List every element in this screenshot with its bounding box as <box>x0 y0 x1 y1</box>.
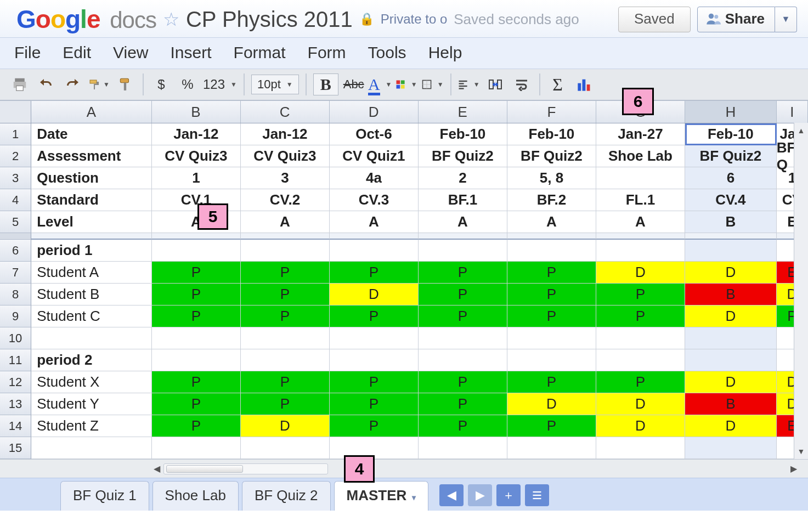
col-header-A[interactable]: A <box>31 101 151 123</box>
col-header-I[interactable]: I <box>777 101 808 123</box>
cell[interactable]: P <box>419 262 507 284</box>
menu-file[interactable]: File <box>14 43 41 62</box>
cell[interactable]: 1 <box>152 167 241 189</box>
cell[interactable]: 6 <box>685 167 777 189</box>
cell[interactable]: Feb-10 <box>685 123 777 145</box>
cell[interactable]: Feb-10 <box>419 123 507 145</box>
menu-format[interactable]: Format <box>234 43 286 62</box>
horizontal-scrollbar[interactable]: ◀ ▶ <box>0 459 808 478</box>
cell[interactable]: D <box>685 262 777 284</box>
tab-menu-icon[interactable]: ▾ <box>412 493 416 502</box>
col-header-B[interactable]: B <box>152 101 241 123</box>
merge-cells-button[interactable] <box>484 73 506 95</box>
cell[interactable]: Standard <box>31 189 152 211</box>
cell[interactable]: P <box>241 305 330 327</box>
cell[interactable]: P <box>152 262 241 284</box>
cell[interactable] <box>596 349 685 371</box>
sheet-tab[interactable]: Shoe Lab <box>152 481 239 511</box>
wrap-text-button[interactable] <box>511 73 533 95</box>
print-icon[interactable] <box>9 73 31 95</box>
cell[interactable]: D <box>685 415 777 437</box>
paint-roller-icon[interactable] <box>114 73 136 95</box>
scroll-track[interactable] <box>163 463 328 474</box>
currency-button[interactable]: $ <box>150 73 172 95</box>
cell[interactable]: D <box>507 393 596 415</box>
col-header-C[interactable]: C <box>241 101 330 123</box>
cell[interactable]: BF Quiz2 <box>419 145 507 167</box>
cell[interactable]: Jan-12 <box>152 123 241 145</box>
cell[interactable] <box>241 240 330 262</box>
cell[interactable] <box>152 437 241 459</box>
cell[interactable]: Level <box>31 211 152 233</box>
cell[interactable] <box>152 327 241 349</box>
cell[interactable]: P <box>507 262 596 284</box>
cell[interactable]: P <box>596 305 685 327</box>
cell[interactable]: D <box>685 371 777 393</box>
cell[interactable]: CV.3 <box>330 189 419 211</box>
cell[interactable]: P <box>330 262 419 284</box>
cell[interactable] <box>31 437 152 459</box>
cell[interactable]: A <box>596 211 685 233</box>
select-all-corner[interactable] <box>0 101 31 123</box>
saved-button[interactable]: Saved <box>618 7 691 32</box>
row-header[interactable]: 7 <box>0 262 31 284</box>
cell[interactable] <box>31 327 152 349</box>
cell[interactable]: BF.2 <box>507 189 596 211</box>
scroll-right-icon[interactable]: ▶ <box>790 463 797 474</box>
row-header[interactable]: 5 <box>0 211 31 233</box>
cell[interactable]: P <box>241 371 330 393</box>
cell[interactable]: Feb-10 <box>507 123 596 145</box>
scroll-up-icon[interactable]: ▲ <box>798 126 805 135</box>
cell[interactable]: 2 <box>419 167 507 189</box>
cell[interactable] <box>241 437 330 459</box>
cell[interactable] <box>419 349 507 371</box>
cell[interactable]: B <box>685 211 777 233</box>
cell[interactable] <box>330 327 419 349</box>
row-header[interactable]: 1 <box>0 123 31 145</box>
cell[interactable]: P <box>419 371 507 393</box>
cell[interactable] <box>507 327 596 349</box>
cell[interactable]: Jan-27 <box>596 123 685 145</box>
cell[interactable] <box>596 437 685 459</box>
align-dropdown[interactable]: ▼ <box>458 73 480 95</box>
star-icon[interactable]: ☆ <box>163 8 179 30</box>
share-button[interactable]: Share <box>697 7 775 32</box>
vertical-scrollbar[interactable]: ▲ ▼ <box>794 123 808 459</box>
cell[interactable]: D <box>596 393 685 415</box>
cell[interactable]: A <box>241 211 330 233</box>
cell[interactable]: BF.1 <box>419 189 507 211</box>
cell[interactable]: P <box>419 284 507 305</box>
cell[interactable]: P <box>241 284 330 305</box>
row-header[interactable]: 3 <box>0 167 31 189</box>
cell[interactable]: P <box>241 393 330 415</box>
row-header[interactable]: 13 <box>0 393 31 415</box>
freeze-handle[interactable] <box>0 233 31 240</box>
menu-edit[interactable]: Edit <box>63 43 91 62</box>
row-header[interactable]: 12 <box>0 371 31 393</box>
cell[interactable]: B <box>685 284 777 305</box>
scroll-thumb[interactable] <box>166 465 243 473</box>
col-header-F[interactable]: F <box>507 101 596 123</box>
undo-icon[interactable] <box>35 73 57 95</box>
menu-insert[interactable]: Insert <box>171 43 212 62</box>
cell[interactable]: P <box>507 371 596 393</box>
menu-form[interactable]: Form <box>308 43 346 62</box>
cell[interactable]: period 1 <box>31 240 152 262</box>
cell[interactable]: P <box>152 284 241 305</box>
strikethrough-button[interactable]: Abc <box>343 73 365 95</box>
percent-button[interactable]: % <box>177 73 199 95</box>
cell[interactable]: Student B <box>31 284 152 305</box>
tabnav-next-button[interactable]: ▶ <box>468 484 492 506</box>
sheet-tab[interactable]: BF Quiz 1 <box>60 481 149 511</box>
cell[interactable] <box>596 327 685 349</box>
row-header[interactable]: 10 <box>0 327 31 349</box>
cell[interactable] <box>152 349 241 371</box>
cell[interactable] <box>507 349 596 371</box>
cell[interactable]: Oct-6 <box>330 123 419 145</box>
cell[interactable]: Question <box>31 167 152 189</box>
cell[interactable]: period 2 <box>31 349 152 371</box>
scroll-down-icon[interactable]: ▼ <box>798 447 805 456</box>
cell[interactable]: Shoe Lab <box>596 145 685 167</box>
cell[interactable]: A <box>330 211 419 233</box>
row-header[interactable]: 14 <box>0 415 31 437</box>
